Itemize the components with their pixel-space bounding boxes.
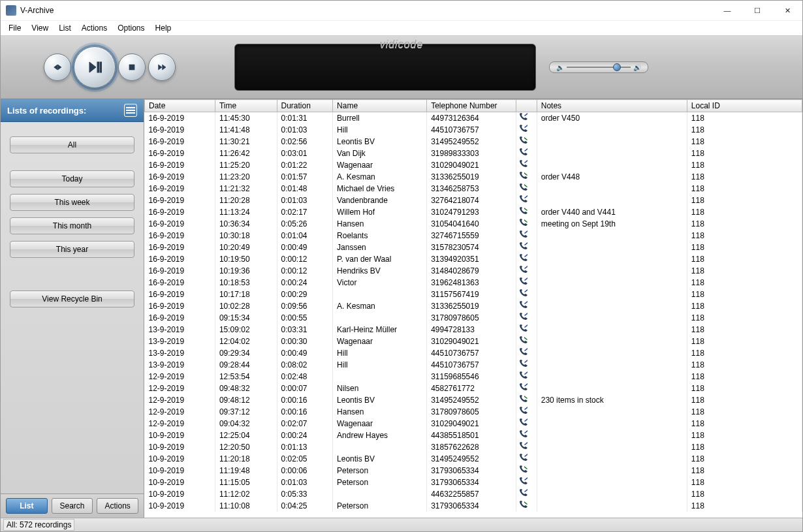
cell — [537, 371, 687, 383]
cell: 11:15:05 — [215, 477, 277, 488]
table-row[interactable]: 16-9-201910:18:530:00:24Victor3196248136… — [145, 277, 802, 289]
cell: 09:48:32 — [215, 383, 277, 394]
menu-actions[interactable]: Actions — [76, 22, 112, 34]
table-row[interactable]: 10-9-201911:20:180:02:05Leontis BV314952… — [145, 453, 802, 465]
filter-this-week[interactable]: This week — [10, 194, 134, 211]
table-row[interactable]: 10-9-201911:10:080:04:25Peterson31793065… — [145, 500, 802, 512]
menu-options[interactable]: Options — [112, 22, 150, 34]
sidebar-title: Lists of recordings: — [7, 106, 86, 116]
close-button[interactable]: ✕ — [772, 1, 802, 20]
stop-button[interactable] — [118, 54, 146, 81]
menu-file[interactable]: File — [3, 22, 26, 34]
column-header[interactable]: Notes — [537, 100, 687, 112]
column-header[interactable]: Time — [215, 100, 277, 112]
cell — [537, 253, 687, 265]
cell: order V448 — [537, 171, 687, 183]
table-row[interactable]: 16-9-201909:15:340:00:5531780978605118 — [145, 312, 802, 324]
filter-this-month[interactable]: This month — [10, 217, 134, 234]
column-header[interactable]: Telephone Number — [427, 100, 516, 112]
table-row[interactable]: 12-9-201909:48:320:00:07Nilsen4582761772… — [145, 383, 802, 394]
table-row[interactable]: 16-9-201911:23:200:01:57A. Kesman3133625… — [145, 171, 802, 183]
table-row[interactable]: 16-9-201911:13:240:02:17Willem Hof310247… — [145, 206, 802, 218]
cell: 0:00:07 — [277, 383, 333, 394]
table-row[interactable]: 10-9-201911:12:020:05:3344632255857118 — [145, 488, 802, 500]
volume-slider[interactable]: 🔈 🔊 — [549, 61, 648, 73]
cell: 10:19:36 — [215, 265, 277, 277]
table-row[interactable]: 16-9-201910:17:180:00:2931157567419118 — [145, 289, 802, 300]
table-row[interactable]: 12-9-201909:37:120:00:16Hansen3178097860… — [145, 406, 802, 418]
column-header[interactable]: Duration — [277, 100, 333, 112]
table-row[interactable]: 16-9-201911:21:320:01:48Michael de Vries… — [145, 183, 802, 195]
table-row[interactable]: 12-9-201909:48:120:00:16Leontis BV314952… — [145, 394, 802, 406]
cell: Peterson — [333, 500, 427, 512]
cell: 16-9-2019 — [145, 265, 215, 277]
table-row[interactable]: 16-9-201910:19:360:00:12Hendriks BV31484… — [145, 265, 802, 277]
table-row[interactable]: 13-9-201915:09:020:03:31Karl-Heinz Mülle… — [145, 324, 802, 336]
table-row[interactable]: 16-9-201911:45:300:01:31Burrell449731263… — [145, 112, 802, 125]
cell: 44510736757 — [427, 347, 516, 359]
cell — [537, 406, 687, 418]
menu-view[interactable]: View — [26, 22, 54, 34]
cell: 118 — [687, 465, 802, 477]
table-row[interactable]: 16-9-201910:20:490:00:49Janssen315782305… — [145, 242, 802, 253]
forward-button[interactable] — [148, 54, 176, 81]
table-row[interactable]: 16-9-201911:25:200:01:22Wagenaar31029049… — [145, 159, 802, 171]
menu-help[interactable]: Help — [150, 22, 177, 34]
cell: 0:01:13 — [277, 441, 333, 453]
recordings-grid[interactable]: DateTimeDurationNameTelephone NumberNote… — [144, 99, 802, 518]
tab-search[interactable]: Search — [52, 498, 93, 514]
play-pause-button[interactable] — [74, 46, 116, 88]
minimize-button[interactable]: — — [712, 1, 742, 20]
maximize-button[interactable]: ☐ — [742, 1, 772, 20]
table-row[interactable]: 10-9-201911:15:050:01:03Peterson31793065… — [145, 477, 802, 488]
grid-panel: DateTimeDurationNameTelephone NumberNote… — [144, 99, 802, 518]
column-header[interactable]: Date — [145, 100, 215, 112]
tab-list[interactable]: List — [6, 498, 48, 514]
cell — [516, 371, 537, 383]
call-direction-icon — [518, 301, 529, 309]
cell: 10-9-2019 — [145, 465, 215, 477]
column-header[interactable] — [516, 100, 537, 112]
table-row[interactable]: 16-9-201910:02:280:09:56A. Kesman3133625… — [145, 300, 802, 312]
table-row[interactable]: 16-9-201910:30:180:01:04Roelants32746715… — [145, 230, 802, 242]
cell: Hansen — [333, 218, 427, 230]
rewind-button[interactable] — [44, 54, 71, 81]
list-icon[interactable] — [124, 104, 137, 117]
volume-thumb[interactable] — [613, 63, 621, 71]
table-row[interactable]: 10-9-201912:25:040:00:24Andrew Hayes4438… — [145, 430, 802, 441]
table-row[interactable]: 16-9-201911:41:480:01:03Hill445107367571… — [145, 124, 802, 136]
call-direction-icon — [518, 148, 529, 157]
filter-this-year[interactable]: This year — [10, 241, 134, 258]
tab-actions[interactable]: Actions — [97, 498, 138, 514]
cell: 16-9-2019 — [145, 148, 215, 159]
cell: 16-9-2019 — [145, 206, 215, 218]
table-row[interactable]: 10-9-201911:19:480:00:06Peterson31793065… — [145, 465, 802, 477]
column-header[interactable]: Local ID — [687, 100, 802, 112]
table-row[interactable]: 13-9-201909:29:340:00:49Hill445107367571… — [145, 347, 802, 359]
cell — [516, 477, 537, 488]
cell: 0:01:48 — [277, 183, 333, 195]
menu-list[interactable]: List — [54, 22, 76, 34]
cell: 0:01:04 — [277, 230, 333, 242]
table-row[interactable]: 12-9-201912:53:540:02:4831159685546118 — [145, 371, 802, 383]
table-row[interactable]: 13-9-201909:28:440:08:02Hill445107367571… — [145, 359, 802, 371]
table-row[interactable]: 13-9-201912:04:020:00:30Wagenaar31029049… — [145, 336, 802, 347]
table-row[interactable]: 16-9-201911:20:280:01:03Vandenbrande3276… — [145, 195, 802, 206]
view-recycle-bin-button[interactable]: View Recycle Bin — [10, 290, 134, 307]
table-row[interactable]: 16-9-201911:30:210:02:56Leontis BV314952… — [145, 136, 802, 148]
cell: 11:20:18 — [215, 453, 277, 465]
cell: 12:20:50 — [215, 441, 277, 453]
filter-all[interactable]: All — [10, 136, 134, 153]
cell: P. van der Waal — [333, 253, 427, 265]
table-row[interactable]: 12-9-201909:04:320:02:07Wagenaar31029049… — [145, 418, 802, 430]
lcd-display — [234, 44, 536, 91]
cell: Willem Hof — [333, 206, 427, 218]
cell: 118 — [687, 148, 802, 159]
cell: 0:03:01 — [277, 148, 333, 159]
filter-today[interactable]: Today — [10, 170, 134, 187]
table-row[interactable]: 10-9-201912:20:500:01:1331857622628118 — [145, 441, 802, 453]
table-row[interactable]: 16-9-201910:19:500:00:12P. van der Waal3… — [145, 253, 802, 265]
table-row[interactable]: 16-9-201911:26:420:03:01Van Dijk31989833… — [145, 148, 802, 159]
table-row[interactable]: 16-9-201910:36:340:05:26Hansen3105404164… — [145, 218, 802, 230]
column-header[interactable]: Name — [333, 100, 427, 112]
